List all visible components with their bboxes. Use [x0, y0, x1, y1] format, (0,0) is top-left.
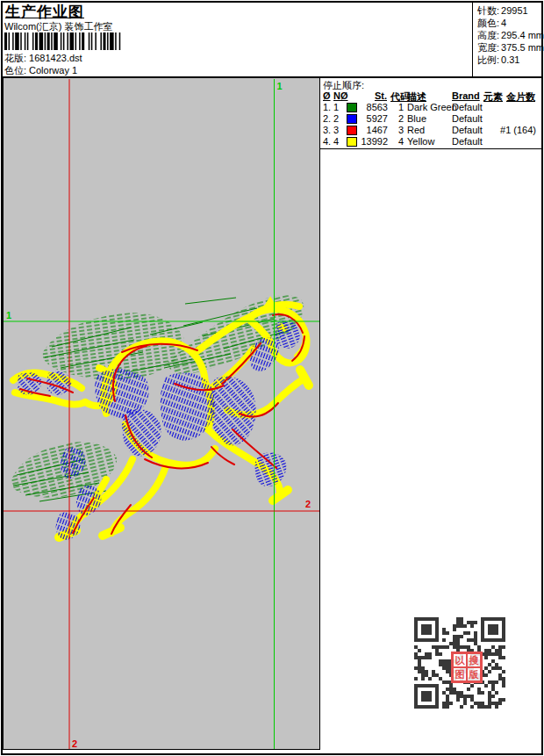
color-description: Yellow: [407, 136, 453, 148]
color-description: Blue: [407, 113, 453, 125]
col-header-stitches: St.: [361, 90, 387, 101]
barcode-graphic: [4, 32, 132, 50]
color-code: 2: [390, 113, 404, 125]
table-row: 4. 4 13992 4 Yellow Default: [320, 136, 540, 148]
end-marker-bottom: 2: [72, 738, 77, 749]
scale-value: 0.31: [501, 54, 519, 65]
search-stamp: 以 搜 图 版: [451, 652, 483, 683]
colorway-label: 色位:: [4, 65, 26, 76]
col-header-needle: NØ: [333, 90, 348, 101]
height-row: 高度:295.4 mm: [477, 29, 540, 41]
colorway-value: Colorway 1: [29, 65, 77, 76]
needle-number: 1: [333, 102, 346, 113]
thread-brand: Default: [452, 136, 489, 148]
width-value: 375.5 mm: [501, 42, 544, 53]
start-marker-left: 1: [6, 310, 11, 320]
start-marker-top: 1: [277, 81, 283, 91]
table-row: 2. 2 5927 2 Blue Default: [320, 113, 540, 125]
stitch-count-row: 针数:29951: [477, 4, 540, 17]
pattern-file-row: 花版:1681423.dst: [4, 52, 85, 65]
width-label: 宽度:: [477, 42, 499, 53]
color-code: 3: [390, 125, 404, 136]
width-row: 宽度:375.5 mm: [477, 41, 540, 54]
stamp-char: 以: [453, 653, 467, 667]
color-count-value: 4: [501, 18, 506, 28]
row-number: 4.: [323, 136, 333, 148]
embroidery-preview: 1 1 2 2: [4, 78, 319, 749]
thread-brand: Default: [452, 125, 489, 136]
needle-number: 3: [333, 125, 346, 136]
color-swatch: [347, 103, 357, 112]
stitch-count: 13992: [357, 136, 388, 148]
needle-number: 4: [333, 136, 346, 148]
stop-sequence-table: 停止顺序: Ø NØ St. 代码 描述 Brand 元素 金片数 1. 1 8…: [319, 77, 542, 149]
color-description: Red: [407, 125, 453, 136]
sequin-count: #1 (164): [490, 125, 536, 136]
color-count-label: 颜色:: [477, 18, 499, 28]
stitch-count: 5927: [357, 113, 388, 125]
color-swatch: [347, 114, 357, 124]
table-row: 3. 3 1467 3 Red Default #1 (164): [320, 125, 540, 136]
stitch-count: 1467: [357, 125, 388, 136]
col-header-brand: Brand: [452, 90, 480, 101]
stitch-count: 8563: [357, 102, 388, 113]
color-swatch: [347, 126, 357, 135]
color-description: Dark Green: [407, 102, 453, 113]
stamp-char: 版: [467, 667, 481, 681]
barcode: [4, 32, 132, 50]
color-count-row: 颜色:4: [477, 17, 540, 29]
thread-brand: Default: [452, 102, 489, 113]
stitch-count-value: 29951: [501, 5, 528, 16]
color-code: 4: [390, 136, 404, 148]
table-row: 1. 1 8563 1 Dark Green Default: [320, 102, 540, 113]
height-label: 高度:: [477, 30, 499, 40]
col-header-hash: Ø: [323, 90, 331, 101]
scale-row: 比例:0.31: [477, 54, 540, 66]
row-number: 1.: [323, 102, 333, 113]
production-worksheet: { "page": { "title": "生产作业图" }, "header"…: [0, 0, 544, 756]
design-summary-box: 针数:29951 颜色:4 高度:295.4 mm 宽度:375.5 mm 比例…: [472, 3, 540, 76]
scale-label: 比例:: [477, 54, 499, 65]
stamp-char: 搜: [467, 653, 481, 667]
needle-number: 2: [333, 113, 346, 125]
design-canvas: 1 1 2 2: [3, 77, 320, 750]
page-title: 生产作业图: [5, 2, 84, 22]
stamp-char: 图: [453, 667, 467, 681]
end-marker-right: 2: [305, 499, 311, 509]
company-name: Wilcom(汇京) 装饰工作室: [4, 20, 112, 33]
stop-sequence-rows: 1. 1 8563 1 Dark Green Default 2. 2 5927…: [320, 102, 540, 148]
height-value: 295.4 mm: [501, 30, 544, 40]
row-number: 2.: [323, 113, 333, 125]
row-number: 3.: [323, 125, 333, 136]
pattern-file-value: 1681423.dst: [29, 53, 82, 63]
pattern-file-label: 花版:: [4, 53, 26, 63]
color-swatch: [347, 137, 357, 147]
colorway-row: 色位:Colorway 1: [4, 64, 80, 77]
thread-brand: Default: [452, 113, 489, 125]
stitch-count-label: 针数:: [477, 5, 499, 16]
color-code: 1: [390, 102, 404, 113]
